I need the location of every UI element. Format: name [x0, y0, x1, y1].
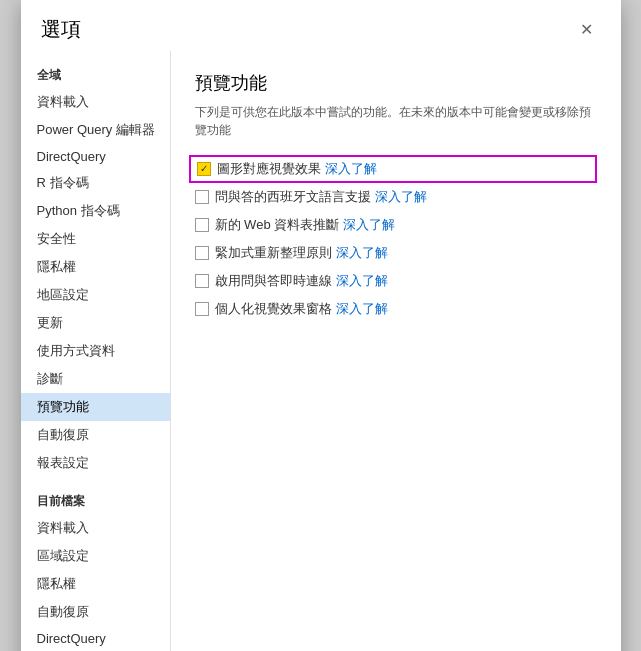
checkbox-live_connect[interactable]	[195, 274, 209, 288]
feature-item-compact_layout: 緊加式重新整理原則深入了解	[195, 239, 597, 267]
sidebar-file-item-自動復原[interactable]: 自動復原	[21, 598, 170, 626]
feature-label-web_table: 新的 Web 資料表推斷	[215, 216, 340, 234]
sidebar-item-DirectQuery[interactable]: DirectQuery	[21, 144, 170, 169]
sidebar-item-自動復原[interactable]: 自動復原	[21, 421, 170, 449]
sidebar-item-更新[interactable]: 更新	[21, 309, 170, 337]
checkbox-box-spanish_qa[interactable]	[195, 190, 209, 204]
sidebar-item-Python-指令碼[interactable]: Python 指令碼	[21, 197, 170, 225]
checkbox-box-live_connect[interactable]	[195, 274, 209, 288]
feature-item-live_connect: 啟用問與答即時連線深入了解	[195, 267, 597, 295]
sidebar-file-item-隱私權[interactable]: 隱私權	[21, 570, 170, 598]
feature-item-personalize_visuals: 個人化視覺效果窗格深入了解	[195, 295, 597, 323]
checkbox-box-compact_layout[interactable]	[195, 246, 209, 260]
sidebar-item-Power-Query-編輯器[interactable]: Power Query 編輯器	[21, 116, 170, 144]
checkbox-box-personalize_visuals[interactable]	[195, 302, 209, 316]
learn-more-link-spanish_qa[interactable]: 深入了解	[375, 188, 427, 206]
checkbox-spanish_qa[interactable]	[195, 190, 209, 204]
checkbox-personalize_visuals[interactable]	[195, 302, 209, 316]
dialog-body: 全域 資料載入Power Query 編輯器DirectQueryR 指令碼Py…	[21, 51, 621, 651]
sidebar-item-報表設定[interactable]: 報表設定	[21, 449, 170, 477]
close-button[interactable]: ✕	[572, 18, 601, 42]
feature-label-shapes_visual: 圖形對應視覺效果	[217, 160, 321, 178]
checkbox-box-web_table[interactable]	[195, 218, 209, 232]
learn-more-link-shapes_visual[interactable]: 深入了解	[325, 160, 377, 178]
feature-item-spanish_qa: 問與答的西班牙文語言支援深入了解	[195, 183, 597, 211]
learn-more-link-live_connect[interactable]: 深入了解	[336, 272, 388, 290]
section-title: 預覽功能	[195, 71, 597, 95]
checkbox-compact_layout[interactable]	[195, 246, 209, 260]
feature-label-compact_layout: 緊加式重新整理原則	[215, 244, 332, 262]
checkbox-box-shapes_visual[interactable]: ✓	[197, 162, 211, 176]
learn-more-link-personalize_visuals[interactable]: 深入了解	[336, 300, 388, 318]
sidebar-item-地區設定[interactable]: 地區設定	[21, 281, 170, 309]
sidebar-item-預覽功能[interactable]: 預覽功能	[21, 393, 170, 421]
main-content: 預覽功能 下列是可供您在此版本中嘗試的功能。在未來的版本中可能會變更或移除預覽功…	[171, 51, 621, 651]
feature-label-live_connect: 啟用問與答即時連線	[215, 272, 332, 290]
dialog-header: 選項 ✕	[21, 0, 621, 51]
sidebar-item-使用方式資料[interactable]: 使用方式資料	[21, 337, 170, 365]
global-section-label: 全域	[21, 59, 170, 88]
learn-more-link-compact_layout[interactable]: 深入了解	[336, 244, 388, 262]
sidebar-item-R-指令碼[interactable]: R 指令碼	[21, 169, 170, 197]
section-description: 下列是可供您在此版本中嘗試的功能。在未來的版本中可能會變更或移除預覽功能	[195, 103, 597, 139]
checkbox-shapes_visual[interactable]: ✓	[197, 162, 211, 176]
learn-more-link-web_table[interactable]: 深入了解	[343, 216, 395, 234]
sidebar-file-items: 資料載入區域設定隱私權自動復原DirectQuery減少查詢報表設定	[21, 514, 170, 651]
feature-list: ✓圖形對應視覺效果深入了解問與答的西班牙文語言支援深入了解新的 Web 資料表推…	[195, 155, 597, 323]
feature-item-shapes_visual: ✓圖形對應視覺效果深入了解	[189, 155, 597, 183]
options-dialog: 選項 ✕ 全域 資料載入Power Query 編輯器DirectQueryR …	[21, 0, 621, 651]
sidebar-file-item-DirectQuery[interactable]: DirectQuery	[21, 626, 170, 651]
sidebar-item-診斷[interactable]: 診斷	[21, 365, 170, 393]
sidebar-item-隱私權[interactable]: 隱私權	[21, 253, 170, 281]
sidebar-file-item-資料載入[interactable]: 資料載入	[21, 514, 170, 542]
sidebar-item-安全性[interactable]: 安全性	[21, 225, 170, 253]
dialog-title: 選項	[41, 16, 81, 43]
sidebar-global-items: 資料載入Power Query 編輯器DirectQueryR 指令碼Pytho…	[21, 88, 170, 477]
feature-item-web_table: 新的 Web 資料表推斷深入了解	[195, 211, 597, 239]
feature-label-spanish_qa: 問與答的西班牙文語言支援	[215, 188, 371, 206]
sidebar: 全域 資料載入Power Query 編輯器DirectQueryR 指令碼Py…	[21, 51, 171, 651]
feature-label-personalize_visuals: 個人化視覺效果窗格	[215, 300, 332, 318]
checkbox-web_table[interactable]	[195, 218, 209, 232]
file-section-label: 目前檔案	[21, 485, 170, 514]
sidebar-item-資料載入[interactable]: 資料載入	[21, 88, 170, 116]
sidebar-file-item-區域設定[interactable]: 區域設定	[21, 542, 170, 570]
